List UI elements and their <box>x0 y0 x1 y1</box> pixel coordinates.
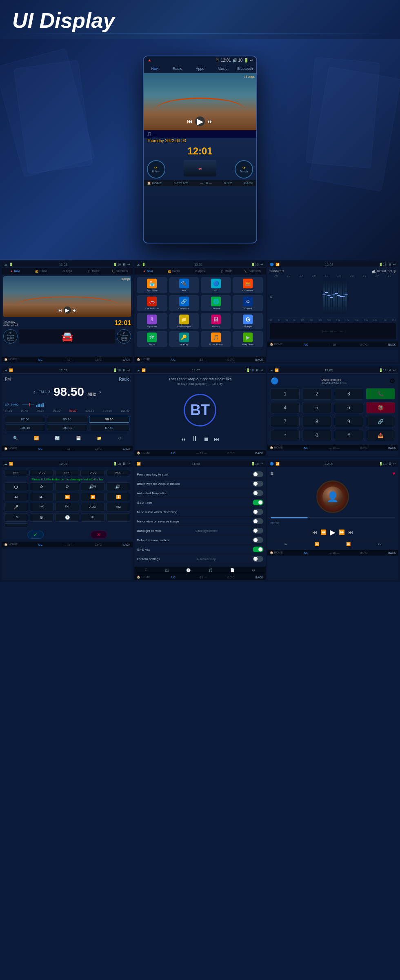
radio-preset-3[interactable]: 98.10 <box>89 416 129 423</box>
app-mcxkey[interactable]: 🔑 mcxKey <box>169 331 199 347</box>
keypad-4[interactable]: 4 <box>271 402 300 413</box>
music-icon-next-track[interactable]: ⏭ <box>378 542 382 546</box>
keypad-5[interactable]: 5 <box>302 402 331 413</box>
music-forward[interactable]: ⏩ <box>339 529 345 535</box>
music-icon-rewind2[interactable]: ⏪ <box>315 542 319 546</box>
settings-icon-gear[interactable]: ⚙ <box>252 568 255 572</box>
radio-icon-loop[interactable]: 🔄 <box>55 436 60 440</box>
app-carlink[interactable]: 🚗 Car Link 2.0 <box>137 295 167 311</box>
apps-nav-bt[interactable]: 📞 Bluetooth <box>239 269 265 274</box>
music-rewind[interactable]: ⏪ <box>320 529 327 535</box>
setting-presskey-toggle[interactable] <box>253 471 263 477</box>
apps-nav-apps[interactable]: ⚙ Apps <box>187 269 213 274</box>
setting-gsdtime-toggle[interactable] <box>253 500 263 505</box>
music-prev2[interactable]: ⏮ <box>312 529 317 535</box>
setting-autonav-toggle[interactable] <box>253 490 263 496</box>
radio-preset-6[interactable]: 87.50 <box>89 424 129 431</box>
music-progress[interactable] <box>271 517 395 518</box>
steering-confirm[interactable]: ✓ <box>27 531 44 539</box>
radio-icon-folder[interactable]: 📁 <box>97 436 102 440</box>
home-nav-bt[interactable]: 📞 Bluetooth <box>107 269 133 274</box>
radio-icon-search[interactable]: 🔍 <box>13 436 18 440</box>
app-filemanager[interactable]: 📁 FileManager <box>169 313 199 329</box>
steering-settings[interactable]: ⚙ <box>55 482 79 491</box>
settings-icon-file[interactable]: 📄 <box>230 568 235 572</box>
setting-gpsmix-toggle[interactable] <box>253 547 263 552</box>
steering-fast-fwd[interactable]: ⏩ <box>55 493 79 501</box>
steering-scroll-down[interactable]: ⏬ <box>107 493 131 501</box>
home-nav-apps[interactable]: ⚙ Apps <box>54 269 80 274</box>
hero-nav-bt[interactable]: Bluetooth <box>234 66 256 71</box>
phone-settings-icon[interactable]: ⚙ <box>389 377 395 385</box>
hero-nav-apps[interactable]: Apps <box>189 66 211 71</box>
steering-power[interactable]: ⏻ <box>4 482 28 491</box>
app-carbitlink[interactable]: 🔗 CarbitLink <box>169 295 199 311</box>
keypad-2[interactable]: 2 <box>302 388 331 400</box>
steering-refresh[interactable]: ⟳ <box>30 482 54 491</box>
app-chrome[interactable]: 🌐 Chrome <box>201 295 231 311</box>
music-fav-icon[interactable]: ♥ <box>392 471 395 476</box>
music-icon-prev-track[interactable]: ⏮ <box>284 542 288 546</box>
steering-fast-back[interactable]: ⏪ <box>81 493 105 501</box>
hero-nav-navi[interactable]: Navi <box>144 66 166 71</box>
music-menu-icon[interactable]: ≡ <box>271 471 273 476</box>
bt-play[interactable]: ⏸ <box>191 435 198 443</box>
bt-next[interactable]: ⏭ <box>214 436 220 442</box>
apps-nav-navi[interactable]: 🔺 Navi <box>134 269 160 274</box>
bt-stop[interactable]: ⏹ <box>203 436 209 442</box>
radio-icon-signal[interactable]: 📶 <box>34 436 39 440</box>
eq-tab-all[interactable]: All <box>372 270 376 273</box>
settings-icon-grid[interactable]: ⠿ <box>145 568 148 572</box>
steering-vol-up[interactable]: 🔊+ <box>81 482 105 491</box>
radio-preset-1[interactable]: 87.50 <box>5 416 45 423</box>
steering-skip-back[interactable]: ⏮ <box>4 493 28 501</box>
radio-icon-settings[interactable]: ⚙ <box>118 436 122 440</box>
setting-backlight-toggle[interactable] <box>253 528 263 534</box>
radio-preset-2[interactable]: 90.10 <box>47 416 87 423</box>
keypad-3[interactable]: 3 <box>334 388 363 400</box>
eq-tab-default[interactable]: Default <box>377 270 386 273</box>
eq-tab-setup[interactable]: Set up <box>388 270 396 273</box>
keypad-1[interactable]: 1 <box>271 388 300 400</box>
keypad-7[interactable]: 7 <box>271 416 300 427</box>
keypad-send[interactable]: 📤 <box>366 430 395 441</box>
settings-icon-clock[interactable]: 🕐 <box>186 568 191 572</box>
music-icon-fwd2[interactable]: ⏩ <box>346 542 351 546</box>
setting-lantern-toggle[interactable] <box>253 556 263 562</box>
settings-icon-music[interactable]: 🎵 <box>208 568 213 572</box>
setting-mirror-toggle[interactable] <box>253 518 263 524</box>
keypad-8[interactable]: 8 <box>302 416 331 427</box>
steering-am[interactable]: AM <box>107 503 131 511</box>
keypad-star[interactable]: * <box>271 430 300 441</box>
keypad-0[interactable]: 0 <box>302 430 331 441</box>
app-google[interactable]: G Google <box>233 313 263 329</box>
hero-nav-music[interactable]: Music <box>211 66 234 71</box>
keypad-6[interactable]: 6 <box>334 402 363 413</box>
radio-preset-5[interactable]: 108.00 <box>47 424 87 431</box>
setting-mute-toggle[interactable] <box>253 509 263 515</box>
music-play[interactable]: ▶ <box>330 528 336 537</box>
radio-next[interactable]: › <box>99 388 101 395</box>
steering-skip-fwd[interactable]: ⏭ <box>30 493 54 501</box>
music-next2[interactable]: ⏭ <box>348 529 353 535</box>
bt-prev[interactable]: ⏮ <box>180 436 186 442</box>
steering-clock[interactable]: 🕐 <box>55 513 79 522</box>
home-nav-navi[interactable]: 🔺 Navi <box>2 269 28 274</box>
steering-aux[interactable]: AUX <box>81 503 105 511</box>
steering-bt[interactable]: BT <box>81 513 105 522</box>
keypad-hash[interactable]: # <box>334 430 363 441</box>
steering-gear[interactable]: ⚙ <box>30 513 54 522</box>
app-bt[interactable]: 🔵 BT <box>201 277 231 293</box>
steering-mic[interactable]: 🎤 <box>4 503 28 511</box>
app-aux[interactable]: 🔌 AUX <box>169 277 199 293</box>
app-maps[interactable]: 🗺 Maps <box>137 331 167 347</box>
steering-k1[interactable]: ⊳K <box>30 503 54 511</box>
app-equalizer[interactable]: 🎚 Equalizer <box>137 313 167 329</box>
radio-prev[interactable]: ‹ <box>33 388 36 395</box>
setting-defaultvol-toggle[interactable] <box>253 537 263 543</box>
settings-icon-image[interactable]: 🖼 <box>165 568 169 572</box>
apps-nav-music[interactable]: 🎵 Music <box>213 269 239 274</box>
setting-brakewire-toggle[interactable] <box>253 481 263 487</box>
steering-vol-down[interactable]: 🔊- <box>107 482 131 491</box>
app-playstore[interactable]: ▶ Play Store <box>233 331 263 347</box>
